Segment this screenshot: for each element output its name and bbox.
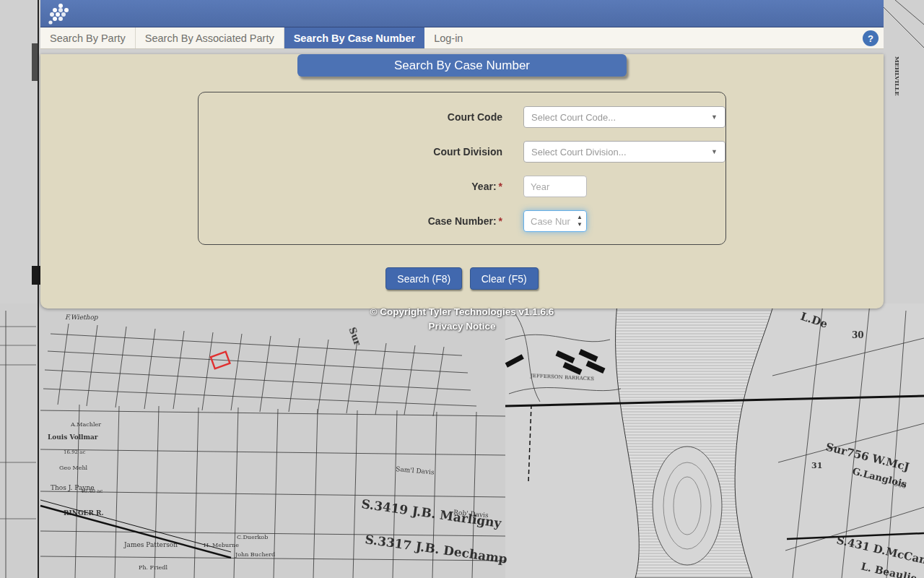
map-label: MEHLVILLE xyxy=(894,56,901,95)
tyler-logo-icon[interactable] xyxy=(45,2,71,27)
tab-label: Search By Associated Party xyxy=(145,33,274,44)
case-number-field-wrap: ▲▼ xyxy=(523,210,587,232)
action-buttons: Search (F8) Clear (F5) xyxy=(40,267,884,290)
tab-log-in[interactable]: Log-in xyxy=(424,27,472,48)
help-button[interactable]: ? xyxy=(863,30,879,46)
year-row: Year:* xyxy=(199,169,725,204)
year-input[interactable] xyxy=(523,176,587,197)
search-form: Court Code Select Court Code... ▼ Court … xyxy=(198,92,726,245)
court-division-select[interactable]: Select Court Division... ▼ xyxy=(523,141,725,163)
search-panel: Search By Case Number Court Code Select … xyxy=(40,54,884,309)
app-window: Search By Party Search By Associated Par… xyxy=(40,0,884,578)
tab-label: Search By Party xyxy=(50,33,126,44)
spinner-up-icon[interactable]: ▲ xyxy=(577,214,583,221)
court-division-row: Court Division Select Court Division... … xyxy=(199,134,725,169)
tab-label: Log-in xyxy=(434,33,463,44)
case-number-label: Case Number:* xyxy=(199,215,523,227)
required-asterisk: * xyxy=(499,181,502,192)
case-number-row: Case Number:* ▲▼ xyxy=(199,204,725,238)
year-label: Year:* xyxy=(199,181,523,192)
chevron-down-icon: ▼ xyxy=(711,113,718,121)
court-division-selected-value: Select Court Division... xyxy=(531,147,711,158)
tab-bar: Search By Party Search By Associated Par… xyxy=(40,27,884,49)
privacy-notice-link[interactable]: Privacy Notice xyxy=(40,319,884,334)
required-asterisk: * xyxy=(499,215,502,227)
tab-label: Search By Case Number xyxy=(294,33,415,44)
court-division-label: Court Division xyxy=(199,146,523,158)
question-mark-icon: ? xyxy=(868,33,873,44)
header-bar xyxy=(40,0,884,27)
number-spinner[interactable]: ▲▼ xyxy=(577,214,583,228)
chevron-down-icon: ▼ xyxy=(711,148,718,155)
court-code-select[interactable]: Select Court Code... ▼ xyxy=(523,106,725,128)
court-code-row: Court Code Select Court Code... ▼ xyxy=(199,100,725,134)
copyright-text: © Copyright Tyler Technologies v1.1.6.6 xyxy=(40,305,884,319)
court-code-label: Court Code xyxy=(199,111,523,123)
clear-button[interactable]: Clear (F5) xyxy=(470,267,539,290)
page-footer: © Copyright Tyler Technologies v1.1.6.6 … xyxy=(40,305,884,334)
tab-search-by-case-number[interactable]: Search By Case Number xyxy=(284,27,424,48)
tab-search-by-party[interactable]: Search By Party xyxy=(40,27,136,48)
tab-search-by-associated-party[interactable]: Search By Associated Party xyxy=(136,27,284,48)
spinner-down-icon[interactable]: ▼ xyxy=(577,221,583,228)
page-title: Search By Case Number xyxy=(297,54,627,77)
search-button[interactable]: Search (F8) xyxy=(385,267,462,290)
court-code-selected-value: Select Court Code... xyxy=(531,112,711,123)
